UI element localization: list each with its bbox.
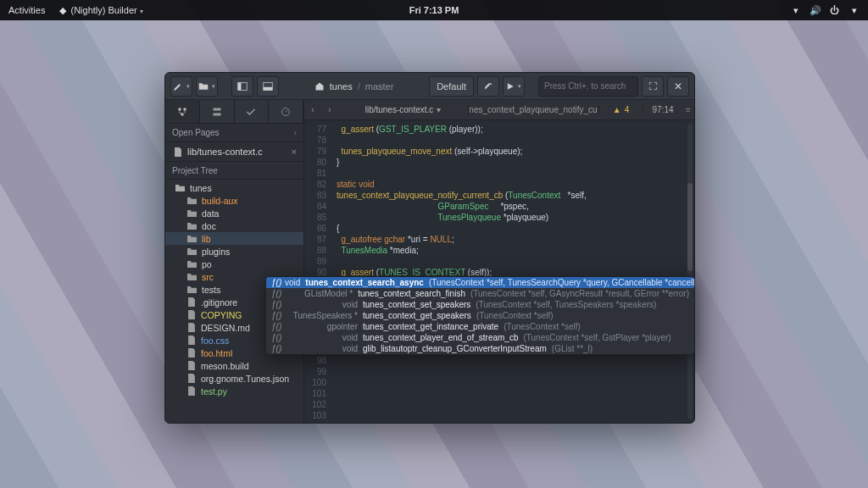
completion-return-type: void [285,344,358,353]
gutter[interactable]: 7778798081828384858687888990919293949596… [304,120,331,423]
tree-item-label: foo.css [201,336,229,346]
build-config-selector[interactable]: Default [429,76,474,97]
sidebar-tab-symbols[interactable] [200,100,235,123]
code-body[interactable]: g_assert (GST_IS_PLAYER (player)); tunes… [331,120,694,423]
svg-rect-3 [264,86,273,90]
completion-kind-icon: ƒ() [271,300,280,309]
scrollbar-thumb[interactable] [687,183,693,272]
completion-kind-icon: ƒ() [271,311,280,320]
open-menu[interactable] [196,76,218,97]
svg-rect-1 [238,82,242,90]
tree-item-label: .gitignore [201,297,237,308]
hammer-icon [483,81,493,92]
file-icon [187,310,196,319]
nav-back-button[interactable]: ‹ [304,105,321,114]
line-column-indicator[interactable]: 97:14 [643,105,682,114]
collapse-icon[interactable]: ‹ [294,128,297,137]
completion-return-type: void [285,278,300,287]
tree-item[interactable]: lib [165,232,303,245]
run-button[interactable] [503,76,525,97]
tree-item-label: COPYING [201,310,242,320]
completion-popup[interactable]: ƒ()voidtunes_context_search_async (Tunes… [265,276,695,355]
clock[interactable]: Fri 7:13 PM [409,5,459,15]
expand-icon [648,81,658,91]
new-document-menu[interactable] [170,76,192,97]
folder-icon [175,184,185,192]
tree-item[interactable]: data [165,207,303,219]
file-tab-symbol[interactable]: ƒ tunes_context_playqueue_notify_cu… ▾ [469,105,599,114]
folder-icon [187,222,197,230]
fullscreen-button[interactable] [642,76,664,97]
app-menu[interactable]: ◆ (Nightly) Builder [57,5,142,16]
file-icon [187,297,196,307]
tree-item[interactable]: build-aux [165,194,303,207]
tree-item[interactable]: doc [165,219,303,232]
completion-kind-icon: ƒ() [271,333,280,342]
play-icon [506,82,515,91]
power-icon[interactable]: ⏻ [829,5,840,16]
chevron-down-icon[interactable]: ▾ [437,105,441,114]
tab-menu-icon[interactable]: ≡ [682,105,694,114]
global-search[interactable]: Press Ctrl+. to search [538,76,638,97]
sidebar-toggle-button[interactable] [231,76,253,97]
tree-root[interactable]: tunes [165,181,303,194]
tree-item-label: lib [202,234,211,244]
system-menu-chevron-icon[interactable]: ▾ [849,5,860,16]
sidebar-tab-profiler[interactable] [269,100,303,123]
completion-name: tunes_context_player_end_of_stream_cb [363,333,518,342]
editor-tab-bar: ‹ › lib/tunes-context.c ▾ ƒ tunes_contex… [304,100,694,120]
volume-icon[interactable]: 🔊 [810,5,821,16]
tree-item-label: org.gnome.Tunes.json [201,374,289,384]
completion-signature: (TunesContext *self, GstPlayer *player) [523,333,670,342]
completion-item[interactable]: ƒ()voidglib_listautoptr_cleanup_GConvert… [266,343,694,354]
panel-left-icon [237,81,248,92]
separator: / [358,81,360,92]
tree-item[interactable]: test.py [165,385,303,397]
completion-item[interactable]: ƒ()TunesSpeakers *tunes_context_get_spea… [266,310,694,321]
network-icon[interactable]: ▾ [790,5,801,16]
build-button[interactable] [477,76,499,97]
completion-signature: (TunesContext *self) [504,322,581,331]
file-icon [187,386,196,396]
completion-item[interactable]: ƒ()GListModel *tunes_context_search_fini… [266,288,694,299]
bottom-panel-toggle-button[interactable] [257,76,279,97]
close-tab-icon[interactable]: × [292,147,297,157]
close-button[interactable]: ✕ [667,76,689,97]
completion-signature: (TunesContext *self, TunesSearchQuery *q… [429,278,695,287]
file-tab-primary[interactable]: lib/tunes-context.c ▾ [338,105,469,114]
completion-kind-icon: ƒ() [271,289,280,298]
completion-kind-icon: ƒ() [271,344,280,353]
sidebar-tabs [165,100,303,124]
svg-rect-4 [213,108,220,110]
tree-item-label: plugins [202,247,230,257]
open-page-item[interactable]: lib/tunes-context.c × [165,142,303,161]
sidebar-tab-todo[interactable] [235,100,270,123]
tree-item-label: foo.html [201,348,232,358]
completion-item[interactable]: ƒ()voidtunes_context_search_async (Tunes… [266,277,694,288]
tree-item[interactable]: org.gnome.Tunes.json [165,372,303,385]
completion-item[interactable]: ƒ()voidtunes_context_player_end_of_strea… [266,332,694,343]
completion-return-type: void [285,333,358,342]
tree-item-label: meson.build [201,361,249,371]
scrollbar[interactable] [687,124,693,419]
tree-item[interactable]: meson.build [165,359,303,372]
tree-item[interactable]: plugins [165,245,303,258]
omnibar[interactable]: tunes / master [314,81,394,92]
file-icon [187,374,196,383]
code-view[interactable]: 7778798081828384858687888990919293949596… [304,120,694,423]
completion-item[interactable]: ƒ()gpointertunes_context_get_instance_pr… [266,321,694,332]
warning-icon: ▲ [613,105,621,114]
completion-item[interactable]: ƒ()voidtunes_context_set_speakers (Tunes… [266,299,694,310]
completion-return-type: void [285,300,358,309]
completion-kind-icon: ƒ() [271,278,280,287]
activities-button[interactable]: Activities [8,5,45,16]
tree-item-label: tests [202,285,220,295]
sidebar-tab-project[interactable] [165,100,200,123]
completion-signature: (TunesContext *self) [476,311,554,320]
nav-forward-button[interactable]: › [321,105,338,114]
tree-item[interactable]: po [165,258,303,270]
file-icon [174,147,182,157]
diagnostics-button[interactable]: ▲ 4 [599,105,643,114]
check-icon [246,107,256,117]
folder-icon [187,260,197,269]
